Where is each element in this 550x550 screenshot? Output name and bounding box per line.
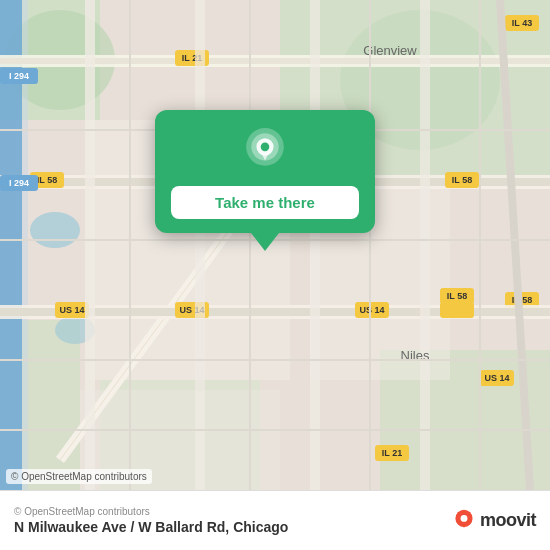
svg-text:US 14: US 14 [359, 305, 384, 315]
svg-rect-48 [195, 0, 205, 490]
location-label: N Milwaukee Ave / W Ballard Rd, Chicago [14, 519, 288, 535]
svg-text:IL 58: IL 58 [37, 175, 57, 185]
moovit-pin-icon [452, 509, 476, 533]
svg-text:US 14: US 14 [484, 373, 509, 383]
moovit-brand-text: moovit [480, 510, 536, 531]
location-pin-icon [241, 128, 289, 176]
svg-point-68 [261, 143, 270, 152]
svg-point-11 [30, 212, 80, 248]
svg-rect-50 [420, 0, 430, 490]
moovit-logo: moovit [452, 509, 536, 533]
svg-text:IL 58: IL 58 [452, 175, 472, 185]
svg-rect-49 [310, 0, 320, 490]
svg-rect-47 [85, 0, 95, 490]
map-container: IL 58 IL 58 IL 58 US 14 US 14 US 14 US 1… [0, 0, 550, 490]
svg-text:IL 58: IL 58 [447, 291, 467, 301]
svg-text:US 14: US 14 [59, 305, 84, 315]
svg-text:I 294: I 294 [9, 178, 29, 188]
svg-rect-56 [440, 302, 474, 318]
bottom-bar: © OpenStreetMap contributors N Milwaukee… [0, 490, 550, 550]
popup-card: Take me there [155, 110, 375, 233]
take-me-there-button[interactable]: Take me there [171, 186, 359, 219]
svg-text:Glenview: Glenview [363, 43, 417, 58]
bottom-left: © OpenStreetMap contributors N Milwaukee… [14, 506, 288, 535]
svg-rect-18 [0, 58, 550, 64]
svg-text:I 294: I 294 [9, 71, 29, 81]
svg-text:IL 21: IL 21 [382, 448, 402, 458]
svg-point-70 [461, 515, 468, 522]
svg-text:IL 43: IL 43 [512, 18, 532, 28]
map-attribution: © OpenStreetMap contributors [6, 469, 152, 484]
attribution-text: © OpenStreetMap contributors [14, 506, 288, 517]
